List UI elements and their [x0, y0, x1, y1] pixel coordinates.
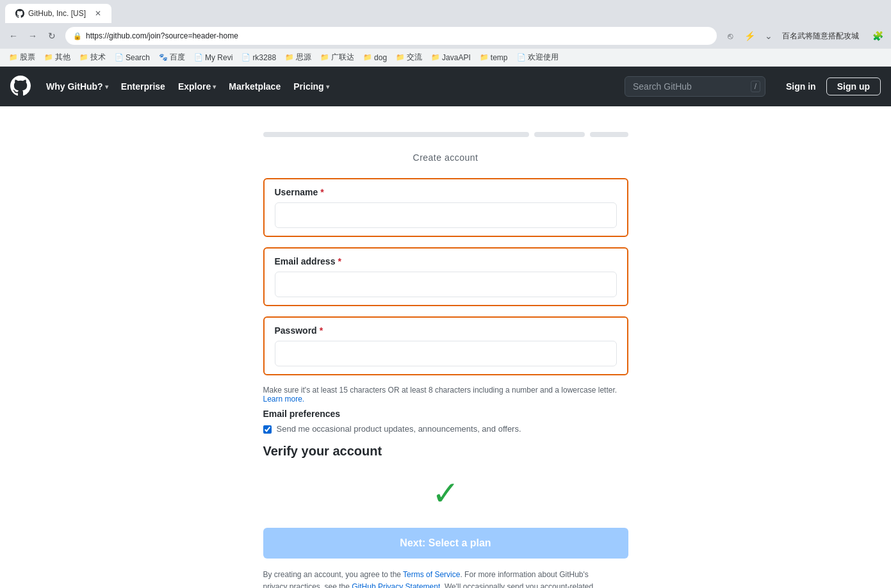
password-hint: Make sure it's at least 15 characters OR…: [263, 386, 628, 404]
progress-bar-step2: [534, 132, 585, 137]
browser-tab[interactable]: GitHub, Inc. [US] ✕: [5, 4, 111, 23]
bookmark-search[interactable]: 📄 Search: [111, 52, 154, 63]
progress-bar-step3: [590, 132, 628, 137]
folder-icon: 📁: [44, 53, 53, 61]
bookmark-label: 思源: [296, 52, 311, 63]
email-prefs-text: Send me occasional product updates, anno…: [277, 424, 521, 434]
github-logo[interactable]: [10, 76, 31, 98]
github-logo-svg: [10, 76, 31, 96]
username-field-group: Username *: [263, 178, 628, 237]
username-label-text: Username: [275, 187, 318, 197]
bookmark-myrevi[interactable]: 📄 My Revi: [190, 52, 236, 63]
page-icon: 📄: [517, 53, 526, 61]
username-input[interactable]: [275, 202, 617, 228]
form-container: Create account Username * Email address …: [263, 132, 628, 588]
main-nav: Why GitHub? ▾ Enterprise Explore ▾ Marke…: [41, 78, 334, 95]
tab-close[interactable]: ✕: [95, 9, 101, 18]
page-icon: 📄: [194, 53, 203, 61]
email-required-star: *: [338, 256, 341, 266]
verification-checkmark: ✓: [432, 477, 460, 510]
bookmark-label: Search: [126, 53, 150, 62]
bookmark-label: JavaAPI: [442, 53, 471, 62]
forward-button[interactable]: →: [24, 28, 41, 44]
email-prefs-checkbox[interactable]: [263, 425, 272, 434]
bookmark-tech[interactable]: 📁 技术: [76, 51, 110, 64]
bookmark-dog[interactable]: 📁 dog: [359, 52, 391, 63]
extensions-button[interactable]: 🧩: [869, 28, 886, 44]
privacy-statement-link[interactable]: GitHub Privacy Statement: [352, 582, 440, 588]
lock-icon: 🔒: [73, 32, 82, 40]
form-title: Create account: [263, 152, 628, 163]
nav-marketplace-label: Marketplace: [229, 81, 281, 92]
search-input[interactable]: [625, 76, 765, 97]
bookmark-label: 广联达: [331, 52, 354, 63]
baidu-icon: 🐾: [159, 53, 168, 61]
terms-line2: . For more information about GitHub's: [460, 570, 588, 579]
password-input[interactable]: [275, 341, 617, 366]
terms-of-service-link[interactable]: Terms of Service: [403, 570, 460, 579]
bookmark-siyuan[interactable]: 📁 思源: [281, 51, 315, 64]
lightning-button[interactable]: ⚡: [741, 28, 758, 44]
verify-check-area: ✓: [263, 474, 628, 512]
nav-explore[interactable]: Explore ▾: [173, 78, 221, 95]
folder-icon: 📁: [396, 53, 405, 61]
header-right: Sign in Sign up: [786, 78, 881, 95]
password-label-text: Password: [275, 325, 317, 336]
folder-icon: 📁: [480, 53, 489, 61]
next-button[interactable]: Next: Select a plan: [263, 528, 628, 559]
more-button[interactable]: ⌄: [760, 28, 777, 44]
nav-why-github-label: Why GitHub?: [46, 81, 103, 92]
refresh-button[interactable]: ↻: [44, 28, 60, 44]
browser-chrome: GitHub, Inc. [US] ✕ ← → ↻ 🔒 https://gith…: [0, 0, 891, 67]
nav-marketplace[interactable]: Marketplace: [224, 78, 286, 95]
bookmark-label: 技术: [90, 52, 106, 63]
sign-up-button[interactable]: Sign up: [826, 78, 881, 95]
terms-line3: privacy practices, see the: [263, 582, 352, 588]
username-label: Username *: [275, 187, 617, 197]
browser-right-text: 百名武将随意搭配攻城: [782, 31, 859, 42]
browser-actions: ⎋ ⚡ ⌄: [722, 28, 777, 44]
tab-bar: GitHub, Inc. [US] ✕: [0, 0, 891, 23]
bookmark-baidu[interactable]: 🐾 百度: [155, 51, 189, 64]
bookmark-temp[interactable]: 📁 temp: [476, 52, 512, 63]
verify-title: Verify your account: [263, 444, 628, 459]
address-field[interactable]: 🔒 https://github.com/join?source=header-…: [65, 27, 717, 45]
progress-bar-step1: [263, 132, 530, 137]
terms-line1: By creating an account, you agree to the: [263, 570, 404, 579]
page-icon: 📄: [241, 53, 250, 61]
bookmark-label: temp: [491, 53, 508, 62]
nav-pricing[interactable]: Pricing ▾: [288, 78, 334, 95]
main-content: Create account Username * Email address …: [0, 106, 891, 588]
bookmark-javaapi[interactable]: 📁 JavaAPI: [427, 52, 475, 63]
chevron-down-icon: ▾: [326, 83, 329, 90]
search-slash-key: /: [751, 81, 760, 92]
learn-more-link[interactable]: Learn more.: [263, 395, 305, 404]
bookmark-other[interactable]: 📁 其他: [40, 51, 74, 64]
sign-in-link[interactable]: Sign in: [786, 81, 816, 92]
bookmark-glda[interactable]: 📁 广联达: [316, 51, 358, 64]
search-area: /: [625, 76, 765, 97]
bookmark-label: 股票: [20, 52, 35, 63]
bookmark-rk3288[interactable]: 📄 rk3288: [238, 52, 280, 63]
bookmark-label: 百度: [170, 52, 185, 63]
email-field-group: Email address *: [263, 247, 628, 306]
email-prefs-checkbox-row: Send me occasional product updates, anno…: [263, 424, 628, 434]
nav-enterprise-label: Enterprise: [121, 81, 165, 92]
bookmark-welcome[interactable]: 📄 欢迎使用: [513, 51, 562, 64]
nav-why-github[interactable]: Why GitHub? ▾: [41, 78, 113, 95]
email-prefs-title: Email preferences: [263, 409, 628, 419]
bookmark-label: dog: [374, 53, 387, 62]
bookmark-comm[interactable]: 📁 交流: [392, 51, 426, 64]
nav-enterprise[interactable]: Enterprise: [116, 78, 170, 95]
back-button[interactable]: ←: [5, 28, 22, 44]
share-button[interactable]: ⎋: [722, 28, 739, 44]
email-input[interactable]: [275, 272, 617, 297]
folder-icon: 📁: [431, 53, 440, 61]
bookmark-stocks[interactable]: 📁 股票: [5, 51, 39, 64]
address-bar: ← → ↻ 🔒 https://github.com/join?source=h…: [0, 23, 891, 49]
email-label-text: Email address: [275, 256, 336, 266]
password-label: Password *: [275, 325, 617, 336]
bookmark-label: rk3288: [252, 53, 276, 62]
folder-icon: 📁: [363, 53, 372, 61]
bookmark-label: My Revi: [205, 53, 233, 62]
